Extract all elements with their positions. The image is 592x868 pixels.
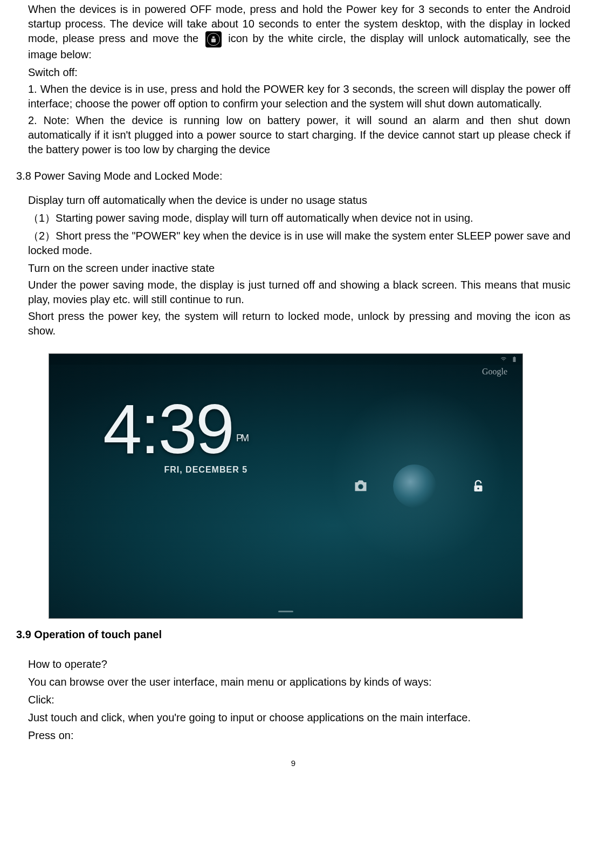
switch-off-note: 2. Note: When the device is running low … [28,113,570,157]
status-bar [49,354,522,365]
lockscreen-clock: 4:39PM FRI, DECEMBER 5 [103,394,247,476]
unlock-instruction: Short press the power key, the system wi… [28,309,570,338]
lockscreen-screenshot: Google 4:39PM FRI, DECEMBER 5 [49,353,523,619]
click-description: Just touch and click, when you're going … [28,710,570,725]
camera-icon[interactable] [350,475,371,497]
battery-icon [511,356,518,363]
section-3-9-heading: 3.9 Operation of touch panel [16,627,570,642]
svg-point-0 [359,486,362,488]
power-saving-item-1: （1）Starting power saving mode, display w… [28,211,570,225]
google-label: Google [482,366,507,378]
unlock-icon[interactable] [464,472,492,500]
switch-off-step-1: 1. When the device is in use, press and … [28,82,570,111]
intro-paragraph: When the devices is in powered OFF mode,… [28,2,570,62]
turn-on-screen-heading: Turn on the screen under inactive state [28,261,570,276]
auto-off-description: Display turn off automatically when the … [28,193,570,208]
section-3-8-heading: 3.8 Power Saving Mode and Locked Mode: [16,169,570,183]
lockscreen-time: 4:39 [103,389,233,468]
how-to-operate-heading: How to operate? [28,657,570,672]
grab-handle-icon[interactable] [264,607,307,615]
svg-point-2 [477,488,479,490]
click-heading: Click: [28,693,570,707]
press-on-heading: Press on: [28,728,570,743]
browse-description: You can browse over the user interface, … [28,675,570,689]
power-saving-item-2: （2）Short press the "POWER" key when the … [28,229,570,258]
power-saving-description: Under the power saving mode, the display… [28,278,570,307]
decorative-orb [393,464,436,508]
lock-icon [205,31,222,47]
wifi-icon [500,356,507,363]
switch-off-heading: Switch off: [28,65,570,80]
page-number: 9 [16,758,570,769]
lockscreen-ampm: PM [236,433,247,443]
